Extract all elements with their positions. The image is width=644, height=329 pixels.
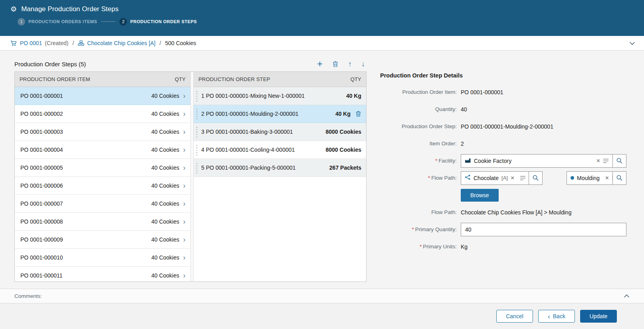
- detail-row-item-order: Item Order: 2: [380, 135, 630, 152]
- operation-combo[interactable]: Moulding ×: [567, 171, 626, 185]
- drag-handle-icon[interactable]: [196, 90, 198, 101]
- facility-list-icon[interactable]: [603, 159, 609, 163]
- step-details-panel: Production Order Step Details Production…: [367, 56, 630, 289]
- comments-collapse-chevron-up-icon[interactable]: [624, 294, 630, 298]
- chevron-right-icon: ›: [182, 128, 186, 135]
- chevron-right-icon: ›: [182, 236, 186, 243]
- steps-header-label: PRODUCTION ORDER STEP: [198, 76, 270, 82]
- items-table-scrollbar[interactable]: [190, 72, 194, 281]
- primary-quantity-input[interactable]: [461, 223, 626, 236]
- order-item-row[interactable]: PO 0001-000004 40 Cookies ›: [15, 141, 190, 159]
- order-item-qty: 40 Cookies: [151, 200, 179, 207]
- wizard-step-production-orders-items[interactable]: 1 PRODUCTION ORDERS ITEMS: [18, 18, 97, 26]
- order-item-id: PO 0001-000004: [20, 147, 63, 153]
- drag-handle-icon[interactable]: [196, 144, 198, 155]
- order-item-row[interactable]: PO 0001-000005 40 Cookies ›: [15, 159, 190, 177]
- required-marker: *: [428, 175, 430, 181]
- facility-combo[interactable]: Cookie Factory ×: [461, 154, 626, 168]
- steps-header-qty: QTY: [351, 76, 361, 82]
- order-step-row[interactable]: 1 PO 0001-000001-Mixing New-1-000001 40 …: [194, 87, 366, 105]
- facility-search-icon[interactable]: [612, 155, 626, 167]
- steps-toolbar: + ↑ ↓: [317, 59, 367, 69]
- back-button[interactable]: ‹ Back: [538, 310, 575, 323]
- delete-row-trash-icon[interactable]: [355, 111, 361, 117]
- order-item-row[interactable]: PO 0001-000009 40 Cookies ›: [15, 231, 190, 249]
- factory-icon: [465, 157, 471, 164]
- step-label: Production Order Step:: [402, 123, 457, 129]
- wizard-step-production-order-steps[interactable]: 2 PRODUCTION ORDER STEPS: [119, 18, 197, 26]
- delete-step-icon[interactable]: [332, 61, 339, 67]
- order-item-row[interactable]: PO 0001-000006 40 Cookies ›: [15, 177, 190, 195]
- step-1-label: PRODUCTION ORDERS ITEMS: [28, 19, 97, 24]
- order-item-id: PO 0001-000006: [20, 182, 63, 189]
- required-marker: *: [435, 158, 437, 164]
- steps-list-section: Production Order Steps (5) + ↑ ↓ PRODUCT…: [14, 56, 367, 289]
- breadcrumb-product-link[interactable]: Chocolate Chip Cookies [A]: [87, 40, 155, 46]
- order-step-row[interactable]: 5 PO 0001-000001-Packing-5-000001 267 Pa…: [194, 159, 366, 177]
- order-step-row[interactable]: 3 PO 0001-000001-Baking-3-000001 8000 Co…: [194, 123, 366, 141]
- comments-label: Comments:: [14, 293, 42, 299]
- order-item-qty: 40 Cookies: [151, 218, 179, 225]
- required-marker: *: [420, 244, 422, 250]
- breadcrumb-order-link[interactable]: PO 0001: [20, 40, 42, 46]
- move-up-icon[interactable]: ↑: [348, 60, 352, 67]
- order-item-row[interactable]: PO 0001-000001 40 Cookies ›: [15, 87, 190, 105]
- breadcrumb-order-status: (Created): [45, 40, 68, 46]
- browse-button[interactable]: Browse: [461, 189, 499, 202]
- facility-label: Facility:: [438, 158, 457, 164]
- drag-handle-icon[interactable]: [196, 126, 198, 137]
- flow-path-clear-icon[interactable]: ×: [511, 175, 514, 181]
- detail-row-browse: Browse: [380, 186, 630, 204]
- detail-row-quantity: Quantity: 40: [380, 101, 630, 118]
- flow-path-text-label: Flow Path:: [431, 209, 457, 215]
- drag-handle-icon[interactable]: [196, 108, 198, 119]
- operation-value: Moulding: [577, 175, 600, 181]
- cart-icon: [10, 40, 17, 46]
- facility-clear-icon[interactable]: ×: [596, 158, 600, 164]
- primary-units-value: Kg: [461, 244, 468, 250]
- manage-production-order-steps-page: ⚙ Manage Production Order Steps 1 PRODUC…: [0, 0, 644, 329]
- move-down-icon[interactable]: ↓: [361, 60, 365, 67]
- detail-row-primary-units: * Primary Units: Kg: [380, 238, 630, 255]
- details-title: Production Order Step Details: [380, 72, 630, 79]
- flow-path-combo[interactable]: Chocolate [A] ×: [461, 171, 543, 185]
- production-order-items-table: PRODUCTION ORDER ITEM QTY PO 0001-000001…: [15, 72, 190, 281]
- order-step-qty: 8000 Cookies: [326, 147, 362, 153]
- order-item-row[interactable]: PO 0001-000011 40 Cookies ›: [15, 267, 190, 281]
- quantity-label: Quantity:: [435, 106, 457, 112]
- update-button[interactable]: Update: [580, 310, 617, 323]
- operation-search-icon[interactable]: [612, 172, 626, 184]
- flow-path-search-icon[interactable]: [529, 172, 542, 184]
- order-step-row[interactable]: 2 PO 0001-000001-Moulding-2-000001 40 Kg: [194, 105, 366, 123]
- add-step-icon[interactable]: +: [317, 59, 323, 69]
- order-step-id: 4 PO 0001-000001-Cooling-4-000001: [201, 147, 295, 153]
- page-title: Manage Production Order Steps: [21, 5, 119, 13]
- order-item-qty: 40 Cookies: [151, 254, 179, 261]
- order-item-id: PO 0001-000001: [20, 93, 63, 99]
- detail-row-flow-path: * Flow Path: Chocolate [A] ×: [380, 169, 630, 186]
- section-title: Production Order Steps (5): [14, 61, 86, 67]
- order-item-row[interactable]: PO 0001-000008 40 Cookies ›: [15, 213, 190, 231]
- order-item-row[interactable]: PO 0001-000002 40 Cookies ›: [15, 105, 190, 123]
- primary-quantity-label: Primary Quantity:: [415, 226, 457, 232]
- order-item-qty: 40 Cookies: [151, 236, 179, 243]
- comments-bar: Comments:: [0, 289, 644, 303]
- order-item-row[interactable]: PO 0001-000003 40 Cookies ›: [15, 123, 190, 141]
- chevron-right-icon: ›: [182, 200, 186, 207]
- drag-handle-icon[interactable]: [196, 162, 198, 173]
- order-item-qty: 40 Cookies: [151, 111, 179, 117]
- flow-path-label: Flow Path:: [431, 175, 457, 181]
- breadcrumb-collapse-chevron-down-icon[interactable]: [629, 42, 635, 45]
- order-item-row[interactable]: PO 0001-000007 40 Cookies ›: [15, 195, 190, 213]
- flow-path-list-icon[interactable]: [520, 176, 526, 180]
- order-item-row[interactable]: PO 0001-000010 40 Cookies ›: [15, 249, 190, 267]
- detail-row-step: Production Order Step: PO 0001-000001-Mo…: [380, 118, 630, 135]
- order-step-row[interactable]: 4 PO 0001-000001-Cooling-4-000001 8000 C…: [194, 141, 366, 159]
- detail-row-primary-quantity: * Primary Quantity:: [380, 221, 630, 238]
- operation-clear-icon[interactable]: ×: [605, 175, 609, 181]
- item-order-label: Item Order:: [430, 141, 457, 147]
- header-title-row: ⚙ Manage Production Order Steps: [0, 0, 644, 13]
- item-label: Production Order Item:: [402, 89, 457, 95]
- order-step-id: 2 PO 0001-000001-Moulding-2-000001: [201, 111, 299, 117]
- cancel-button[interactable]: Cancel: [496, 310, 533, 323]
